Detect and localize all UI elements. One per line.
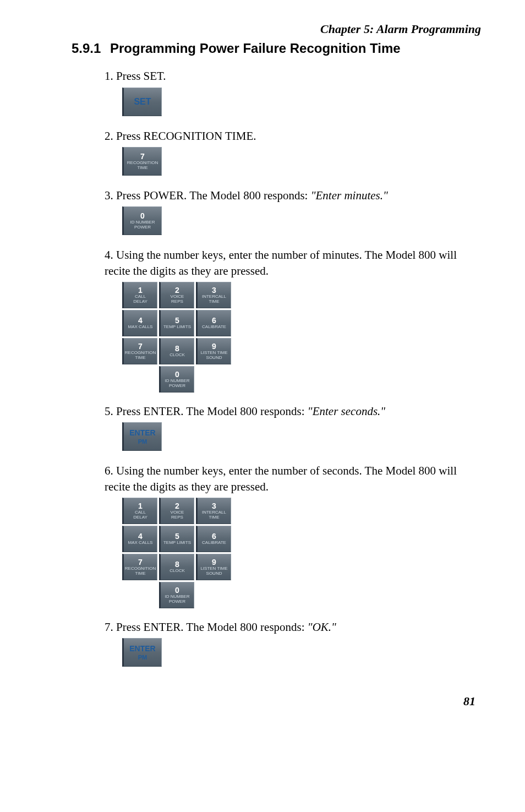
key-4: 4MAX CALLS [122,310,157,336]
key-digit: 3 [212,502,216,510]
step-num: 4. [105,248,113,261]
key-9: 9LISTEN TIMESOUND [196,554,231,580]
key-label: DELAY [133,299,147,304]
step-num: 7. [105,620,113,634]
step-4: 4. Using the number keys, enter the numb… [105,247,481,279]
key-7: 7RECOGNITIONTIME [122,338,157,364]
key-2: 2VOICEREPS [159,498,194,524]
key-7: 7 RECOGNITION TIME [122,147,162,176]
key-digit: 6 [212,532,216,540]
key-label: POWER [134,225,151,230]
key-digit: 2 [175,502,179,510]
key-5: 5TEMP LIMITS [159,310,194,336]
key-digit: 0 [175,370,179,378]
step-2: 2. Press RECOGNITION TIME. [105,128,481,144]
key-label: SOUND [206,356,222,361]
key-5: 5TEMP LIMITS [159,526,194,552]
key-digit: 2 [175,286,179,294]
key-7: 7RECOGNITIONTIME [122,554,157,580]
response-text: "Enter seconds." [308,405,385,418]
key-digit: 1 [138,502,143,510]
response-text: "Enter minutes." [311,189,388,202]
key-digit: 6 [212,317,216,324]
section-title: 5.9.1Programming Power Failure Recogniti… [72,40,481,57]
key-0: 0ID NUMBERPOWER [159,582,194,608]
set-key: SET [122,88,162,116]
step-7: 7. Press ENTER. The Model 800 responds: … [105,619,481,635]
key-digit: 7 [140,152,145,160]
key-1: 1CALLDELAY [122,498,157,524]
key-digit: 4 [138,317,143,324]
key-label: CALIBRATE [202,325,226,330]
key-digit: 1 [138,286,143,294]
step-text: Press ENTER. The Model 800 responds: [116,405,308,418]
key-digit: 4 [138,532,143,540]
key-2: 2VOICEREPS [159,282,194,308]
key-digit: 8 [175,345,179,352]
page-number: 81 [72,694,481,709]
keypad-1: 1CALLDELAY 2VOICEREPS 3INTERCALLTIME 4MA… [122,282,481,393]
step-text: Press SET. [116,69,166,83]
key-label: DELAY [133,515,147,520]
key-9: 9LISTEN TIMESOUND [196,338,231,364]
key-digit: 9 [212,342,216,350]
key-label: MAX CALLS [128,541,153,546]
response-text: "OK." [308,620,336,634]
step-text: Using the number keys, enter the number … [105,248,457,277]
key-label: TIME [209,299,219,304]
key-8: 8CLOCK [159,338,194,364]
key-digit: 0 [140,212,145,220]
key-3: 3INTERCALLTIME [196,498,231,524]
step-text: Press ENTER. The Model 800 responds: [116,620,308,634]
key-digit: 7 [138,342,143,350]
key-digit: 8 [175,560,179,568]
step-text: Press POWER. The Model 800 responds: [116,189,311,202]
key-digit: 5 [175,317,179,324]
chapter-header: Chapter 5: Alarm Programming [72,22,481,36]
step-num: 1. [105,69,113,83]
key-digit: 5 [175,532,179,540]
enter-sub: PM [138,654,147,661]
enter-main: ENTER [129,429,155,437]
key-label: CLOCK [169,353,185,358]
enter-main: ENTER [129,645,155,653]
step-6: 6. Using the number keys, enter the numb… [105,463,481,494]
step-3: 3. Press POWER. The Model 800 responds: … [105,188,481,203]
key-label: POWER [169,600,185,604]
enter-key: ENTER PM [122,422,162,451]
key-8: 8CLOCK [159,554,194,580]
key-digit: 9 [212,558,216,566]
key-label: MAX CALLS [128,325,153,330]
step-num: 2. [105,129,113,143]
key-digit: 3 [212,286,216,294]
step-text: Using the number keys, enter the number … [105,464,457,493]
key-digit: 7 [138,558,143,566]
key-label: TIME [135,356,145,361]
key-label: TIME [137,166,147,171]
section-number: 5.9.1 [72,40,110,57]
step-text: Press RECOGNITION TIME. [116,129,256,143]
enter-sub: PM [138,438,147,445]
key-3: 3INTERCALLTIME [196,282,231,308]
key-label: POWER [169,384,185,389]
key-label: REPS [171,515,183,520]
key-0: 0ID NUMBERPOWER [159,366,194,393]
key-6: 6CALIBRATE [196,526,231,552]
key-label: SOUND [206,571,222,576]
key-label: TEMP LIMITS [163,325,191,330]
step-num: 5. [105,405,113,418]
key-1: 1CALLDELAY [122,282,157,308]
key-label: TIME [135,571,145,576]
key-0: 0 ID NUMBER POWER [122,206,162,235]
key-label: CALIBRATE [202,541,226,546]
key-label: TIME [209,515,219,520]
step-num: 3. [105,189,113,202]
key-digit: 0 [175,586,179,594]
enter-key: ENTER PM [122,638,162,667]
keypad-2: 1CALLDELAY 2VOICEREPS 3INTERCALLTIME 4MA… [122,498,481,608]
step-1: 1. Press SET. [105,68,481,84]
section-heading: Programming Power Failure Recognition Ti… [110,40,451,57]
step-5: 5. Press ENTER. The Model 800 responds: … [105,404,481,419]
key-label: CLOCK [169,569,185,574]
key-4: 4MAX CALLS [122,526,157,552]
